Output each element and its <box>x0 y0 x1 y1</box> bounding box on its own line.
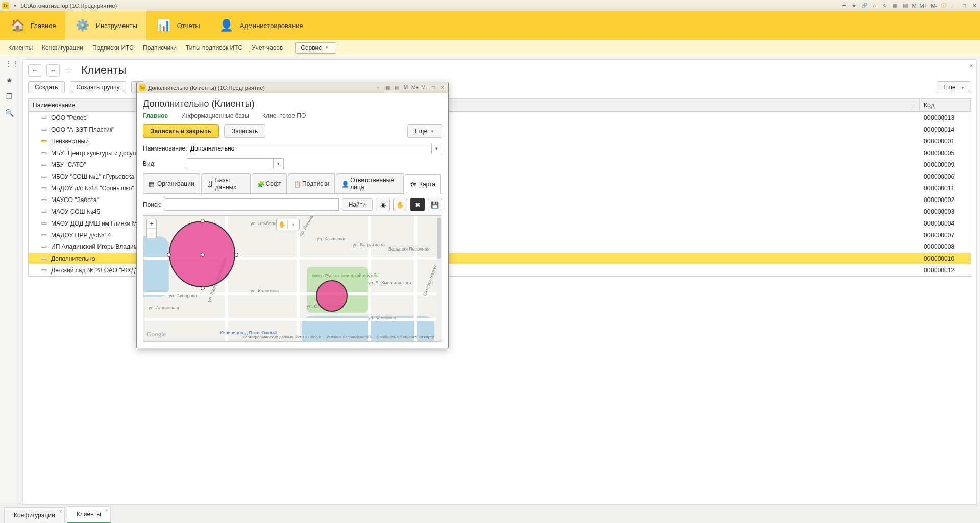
nav-reports-label: Отчеты <box>177 22 200 30</box>
admin-icon: 👤 <box>218 17 235 34</box>
home-icon: 🏠 <box>9 17 26 34</box>
gear-icon: ⚙️ <box>75 17 91 34</box>
subnav-hours[interactable]: Учет часов <box>252 44 283 52</box>
maximize-icon[interactable]: □ <box>961 2 968 9</box>
nav-main-label: Главное <box>31 22 56 30</box>
toolbar-star-icon[interactable]: ★ <box>850 2 857 9</box>
dropdown-icon[interactable]: ▾ <box>11 2 18 9</box>
minimize-icon[interactable]: – <box>950 2 958 9</box>
nav-admin[interactable]: 👤 Администрирование <box>209 11 312 40</box>
memory-m-button[interactable]: M <box>912 3 916 9</box>
nav-reports[interactable]: 📊 Отчеты <box>146 11 209 40</box>
chevron-down-icon: ▼ <box>325 45 329 50</box>
toolbar-calendar-icon[interactable]: ▤ <box>901 2 909 9</box>
toolbar-calc-icon[interactable]: ▦ <box>891 2 898 9</box>
help-icon[interactable]: ⓘ <box>940 2 947 9</box>
memory-mplus-button[interactable]: M+ <box>920 3 928 9</box>
service-dropdown[interactable]: Сервис ▼ <box>295 42 336 54</box>
toolbar-refresh-icon[interactable]: ↻ <box>881 2 888 9</box>
subnav-sub-types[interactable]: Типы подписок ИТС <box>186 44 242 52</box>
subnav-subscribers[interactable]: Подписчики <box>143 44 177 52</box>
main-nav: 🏠 Главное ⚙️ Инструменты 📊 Отчеты 👤 Адми… <box>0 11 980 40</box>
app-icon: 1c <box>2 2 9 9</box>
app-titlebar: 1c ▾ 1С:Автоматизатор (1С:Предприятие) ☰… <box>0 0 980 11</box>
subnav-subs-its[interactable]: Подписки ИТС <box>92 44 134 52</box>
nav-main[interactable]: 🏠 Главное <box>0 11 65 40</box>
chart-icon: 📊 <box>156 17 172 34</box>
window-title: 1С:Автоматизатор (1С:Предприятие) <box>20 3 117 9</box>
toolbar-icon-1[interactable]: ☰ <box>840 2 847 9</box>
sub-nav: Клиенты Конфигурации Подписки ИТС Подпис… <box>0 40 980 56</box>
toolbar-home-icon[interactable]: ⌂ <box>871 2 878 9</box>
close-icon[interactable]: ✕ <box>971 2 978 9</box>
nav-tools-label: Инструменты <box>96 22 137 30</box>
subnav-clients[interactable]: Клиенты <box>8 44 33 52</box>
subnav-configs[interactable]: Конфигурации <box>42 44 83 52</box>
service-label: Сервис <box>301 44 322 52</box>
memory-mminus-button[interactable]: M- <box>930 3 937 9</box>
toolbar-link-icon[interactable]: 🔗 <box>861 2 868 9</box>
nav-tools[interactable]: ⚙️ Инструменты <box>65 11 146 40</box>
nav-admin-label: Администрирование <box>240 22 303 30</box>
